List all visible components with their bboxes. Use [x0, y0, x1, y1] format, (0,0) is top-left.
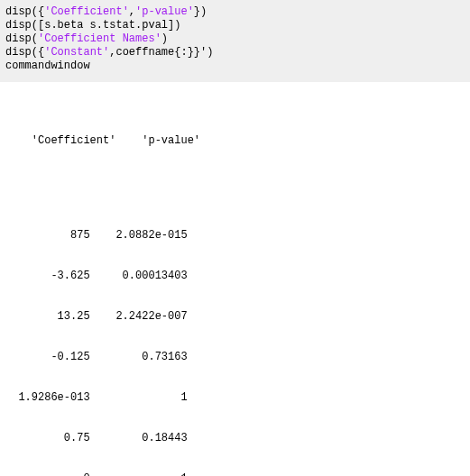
table-row: 1.9286e-013 1 — [5, 391, 465, 405]
table-row: -3.625 0.00013403 — [5, 270, 465, 283]
code-block: disp({'Coefficient','p-value'}) disp([s.… — [0, 0, 470, 82]
code-text: }) — [194, 5, 207, 18]
table-row: -0.125 0.73163 — [5, 351, 465, 364]
code-line-1: disp({'Coefficient','p-value'}) — [5, 5, 465, 19]
code-line-3: disp('Coefficient Names') — [5, 32, 465, 46]
table-row: 0 1 — [5, 472, 465, 476]
code-string: 'p-value' — [135, 5, 194, 18]
coefficient-table: 875 2.0882e-015 -3.625 0.00013403 13.25 … — [5, 202, 465, 476]
code-text: ,coeffname{:}}') — [109, 46, 213, 59]
code-string: 'Constant' — [44, 46, 109, 59]
code-text: commandwindow — [5, 60, 90, 72]
table-row: 875 2.0882e-015 — [5, 229, 465, 243]
output-block: 'Coefficient' 'p-value' 875 2.0882e-015 … — [0, 82, 470, 476]
code-text: disp({ — [5, 5, 44, 18]
code-text: disp( — [5, 32, 38, 45]
code-line-4: disp({'Constant',coeffname{:}}') — [5, 46, 465, 60]
code-string: 'Coefficient' — [44, 5, 129, 18]
code-text: ) — [161, 32, 168, 45]
table-row: 0.75 0.18443 — [5, 432, 465, 445]
code-text: disp([s.beta s.tstat.pval]) — [5, 19, 180, 32]
table-row: 13.25 2.2422e-007 — [5, 310, 465, 324]
code-string: 'Coefficient Names' — [38, 32, 161, 45]
code-line-5: commandwindow — [5, 60, 465, 73]
code-line-2: disp([s.beta s.tstat.pval]) — [5, 19, 465, 32]
code-text: disp({ — [5, 46, 44, 59]
output-header: 'Coefficient' 'p-value' — [5, 134, 465, 148]
code-text: , — [129, 5, 135, 18]
